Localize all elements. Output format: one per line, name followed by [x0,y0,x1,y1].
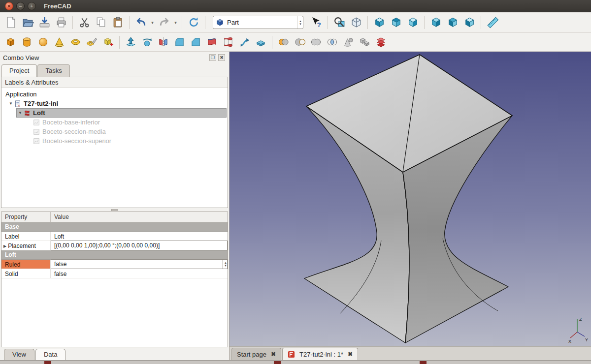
splitter-grip[interactable] [111,209,118,211]
property-value[interactable]: false [51,269,228,278]
new-document-icon [5,16,17,29]
ruled-spinner[interactable]: ▲▼ [222,260,227,269]
cut-button[interactable] [76,15,92,30]
fit-all-button[interactable] [331,15,347,30]
expand-placement-icon[interactable]: ▶ [3,244,6,248]
cylinder-button[interactable] [19,35,34,50]
chamfer-button[interactable] [188,35,203,50]
tree-item-label: Loft [33,109,45,117]
panel-splitter[interactable] [0,208,229,212]
tab-document[interactable]: T27-tut2-ini : 1* ✖ [282,348,358,360]
right-view-button[interactable] [405,15,421,30]
new-document-button[interactable] [3,15,19,30]
undo-dropdown[interactable]: ▾ [150,20,155,25]
undo-button[interactable] [133,15,149,30]
tree-item-application[interactable]: Application [1,90,228,99]
redo-dropdown[interactable]: ▾ [173,20,178,25]
loft-item-icon [24,110,31,117]
tree-item-loft[interactable]: ▼ Loft [1,108,228,118]
extrude-button[interactable] [123,35,138,50]
redo-button[interactable] [156,15,172,30]
loft-button[interactable] [221,35,236,50]
axonometric-view-button[interactable] [348,15,364,30]
tree-item-sketch-2[interactable]: Boceto-seccion-media [1,127,228,136]
ruled-surface-button[interactable] [204,35,220,50]
expander-icon[interactable]: ▼ [7,101,14,106]
tab-view[interactable]: View [4,349,34,360]
sketch-icon [33,138,40,145]
tree-item-label: T27-tut2-ini [24,100,58,107]
tab-project[interactable]: Project [1,64,37,77]
toolbar-file: ▾ ▾ Part ▲▼ ? [0,12,591,33]
mirror-button[interactable] [156,35,171,50]
print-button[interactable] [53,15,69,30]
box-button[interactable] [3,35,18,50]
ruled-value-field[interactable]: false ▲▼ [51,259,228,269]
convert-to-solid-button[interactable] [341,35,356,50]
tree-item-sketch-3[interactable]: Boceto-seccion-superior [1,136,228,146]
freecad-doc-icon [288,351,295,358]
selected-highlight: ▼ Loft [16,108,227,118]
left-view-button[interactable] [461,15,477,30]
window-close-button[interactable]: ✕ [5,2,13,10]
window-title: FreeCAD [44,2,71,10]
cut-boolean-button[interactable] [292,35,307,50]
close-tab-icon[interactable]: ✖ [348,351,353,358]
3d-scene[interactable]: Z X Y [230,52,591,346]
rear-view-cube-icon [430,16,442,29]
rear-view-button[interactable] [428,15,444,30]
tree-item-sketch-1[interactable]: Boceto-base-inferior [1,118,228,127]
save-button[interactable] [36,15,52,30]
window-minimize-button[interactable]: – [16,2,25,10]
boolean-button[interactable] [276,35,291,50]
fillet-button[interactable] [172,35,187,50]
screen-edge-fragment [44,361,51,364]
dock-float-button[interactable]: ❐ [209,54,216,61]
tree-item-label: Boceto-seccion-superior [42,137,111,145]
expander-icon[interactable]: ▼ [17,111,24,115]
property-value[interactable]: Loft [51,232,228,241]
paste-icon [112,16,124,29]
copy-button[interactable] [93,15,109,30]
intersection-button[interactable] [325,35,340,50]
measure-distance-button[interactable] [485,15,500,30]
tab-data[interactable]: Data [35,349,66,360]
cross-sections-button[interactable] [373,35,389,50]
document-tab-bar: Start page ✖ T27-tut2-ini : 1* ✖ [230,346,591,360]
screen-edge-fragment [420,361,427,364]
workbench-selector[interactable]: Part ▲▼ [213,16,303,29]
compound-icon [359,36,370,48]
workbench-spinner[interactable]: ▲▼ [297,16,302,29]
sphere-button[interactable] [35,35,51,50]
front-view-button[interactable] [371,15,387,30]
sketch-icon [33,128,40,135]
revolve-button[interactable] [139,35,155,50]
shape-builder-button[interactable] [100,35,116,50]
open-button[interactable] [20,15,35,30]
close-tab-icon[interactable]: ✖ [271,351,276,358]
cone-button[interactable] [52,35,67,50]
create-primitives-button[interactable] [84,35,99,50]
refresh-button[interactable] [186,15,201,30]
sweep-button[interactable] [237,35,252,50]
paste-button[interactable] [110,15,126,30]
tab-tasks[interactable]: Tasks [37,64,69,77]
document-icon [14,100,21,107]
dock-close-button[interactable]: ✖ [218,54,225,61]
whats-this-button[interactable]: ? [308,15,324,30]
tab-start-page[interactable]: Start page ✖ [231,348,281,360]
union-button[interactable] [308,35,324,50]
torus-button[interactable] [68,35,83,50]
left-view-cube-icon [463,16,476,29]
window-maximize-button[interactable]: + [28,2,36,10]
section-button[interactable] [253,35,268,50]
compound-button[interactable] [357,35,372,50]
tree-item-document[interactable]: ▼ T27-tut2-ini [1,99,228,108]
bottom-view-button[interactable] [445,15,460,30]
property-row-ruled: Ruled false ▲▼ [1,260,228,269]
top-view-button[interactable] [388,15,404,30]
copy-icon [95,16,107,29]
property-header: Property Value [1,212,228,222]
viewport-3d[interactable]: Z X Y [230,52,591,346]
placement-value-field[interactable]: [(0,00 0,00 1,00);0,00 °;(0,00 0,00 0,00… [51,241,228,250]
